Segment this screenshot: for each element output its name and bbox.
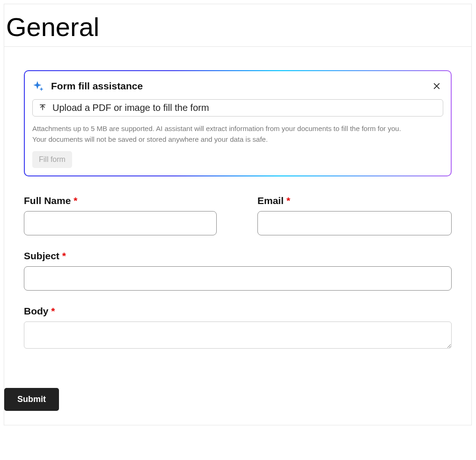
page-title: General (4, 13, 471, 42)
fill-form-button[interactable]: Fill form (32, 151, 72, 168)
body-textarea[interactable] (24, 321, 452, 349)
email-label: Email * (257, 195, 452, 206)
full-name-label: Full Name * (24, 195, 218, 206)
required-marker: * (286, 195, 290, 206)
full-name-input[interactable] (24, 211, 217, 235)
form-wrapper: Form fill assistance Upload a PDF or ima… (4, 47, 471, 377)
subject-label: Subject * (24, 250, 452, 262)
sparkle-icon (32, 80, 44, 92)
close-icon (432, 81, 441, 91)
form-fill-assistance-panel: Form fill assistance Upload a PDF or ima… (24, 70, 452, 177)
required-marker: * (51, 306, 55, 316)
subject-field: Subject * (24, 250, 452, 291)
submit-bar: Submit (4, 377, 471, 425)
full-name-field: Full Name * (24, 195, 218, 235)
upload-bar[interactable]: Upload a PDF or image to fill the form (32, 99, 443, 117)
subject-input[interactable] (24, 266, 452, 291)
assist-title: Form fill assistance (51, 80, 143, 92)
upload-text: Upload a PDF or image to fill the form (52, 102, 209, 113)
close-button[interactable] (430, 80, 443, 93)
upload-icon (38, 103, 47, 112)
assist-help-text: Attachments up to 5 MB are supported. AI… (32, 123, 443, 145)
body-field: Body * (24, 306, 452, 349)
assist-help-line1: Attachments up to 5 MB are supported. AI… (32, 124, 401, 132)
submit-button[interactable]: Submit (4, 388, 59, 411)
page-header: General (4, 4, 471, 47)
assist-header: Form fill assistance (32, 80, 443, 93)
required-marker: * (62, 250, 66, 261)
required-marker: * (73, 195, 77, 206)
assist-help-line2: Your documents will not be saved or stor… (32, 135, 268, 143)
assist-title-group: Form fill assistance (32, 80, 143, 92)
email-input[interactable] (257, 211, 452, 235)
page-container: General Form fill assistance (4, 4, 472, 425)
body-label: Body * (24, 306, 452, 317)
form-grid: Full Name * Email * Subject * (24, 195, 452, 349)
email-field: Email * (257, 195, 452, 235)
